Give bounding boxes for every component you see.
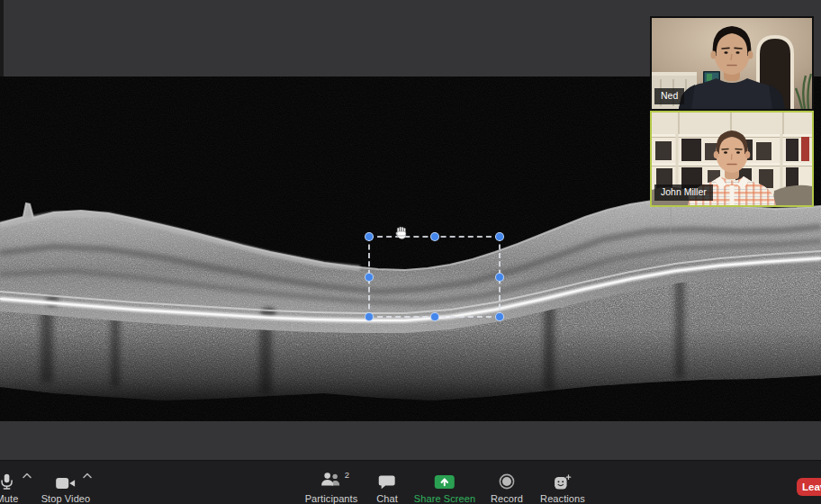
zoom-meeting-window: Ned — [0, 0, 821, 504]
chat-bubble-icon — [378, 475, 395, 490]
selection-handle-bottom-right[interactable] — [495, 312, 504, 321]
chat-button[interactable]: Chat — [376, 461, 398, 504]
leave-button[interactable]: Leave — [797, 478, 821, 496]
reactions-button[interactable]: Reactions — [540, 461, 585, 504]
microphone-icon — [0, 473, 14, 490]
record-circle-icon — [499, 473, 515, 490]
mute-options-chevron-up-icon[interactable] — [23, 472, 32, 479]
share-screen-label: Share Screen — [414, 493, 475, 504]
stop-video-label: Stop Video — [41, 493, 91, 504]
selection-handle-top-middle[interactable] — [430, 232, 439, 241]
selection-handle-top-left[interactable] — [365, 232, 374, 241]
selection-handle-middle-left[interactable] — [365, 273, 374, 282]
participant-name-tag-ned: Ned — [654, 88, 684, 104]
participant-name: Ned — [661, 90, 678, 101]
participants-label: Participants — [305, 493, 358, 504]
share-screen-arrow-icon — [434, 474, 456, 490]
window-left-edge — [0, 0, 4, 76]
video-options-chevron-up-icon[interactable] — [83, 472, 93, 479]
record-button[interactable]: Record — [491, 461, 523, 504]
participant-name-tag-john: John Miller — [654, 184, 713, 201]
participants-button[interactable]: 2 Participants — [305, 461, 358, 504]
video-tile-ned[interactable]: Ned — [650, 16, 814, 111]
mute-label: Mute — [0, 493, 18, 504]
selection-handle-bottom-middle[interactable] — [430, 312, 439, 321]
mute-button[interactable]: Mute — [0, 461, 18, 504]
hand-cursor — [393, 226, 410, 242]
chat-label: Chat — [376, 493, 398, 504]
selection-handle-middle-right[interactable] — [495, 273, 504, 282]
meeting-toolbar: Mute Stop Video 2 — [0, 460, 821, 504]
record-label: Record — [491, 493, 523, 504]
video-tile-john-miller[interactable]: John Miller — [650, 111, 814, 207]
share-screen-button[interactable]: Share Screen — [414, 461, 475, 504]
annotation-selection-box[interactable] — [368, 236, 501, 318]
reactions-label: Reactions — [540, 493, 585, 504]
selection-handle-bottom-left[interactable] — [365, 312, 374, 321]
participant-name: John Miller — [661, 186, 707, 197]
stop-video-button[interactable]: Stop Video — [41, 461, 91, 504]
selection-handle-top-right[interactable] — [495, 232, 504, 241]
video-camera-icon — [56, 477, 76, 490]
participants-count-badge: 2 — [345, 470, 349, 480]
participants-icon — [321, 472, 341, 486]
reactions-smiley-icon — [554, 474, 572, 490]
